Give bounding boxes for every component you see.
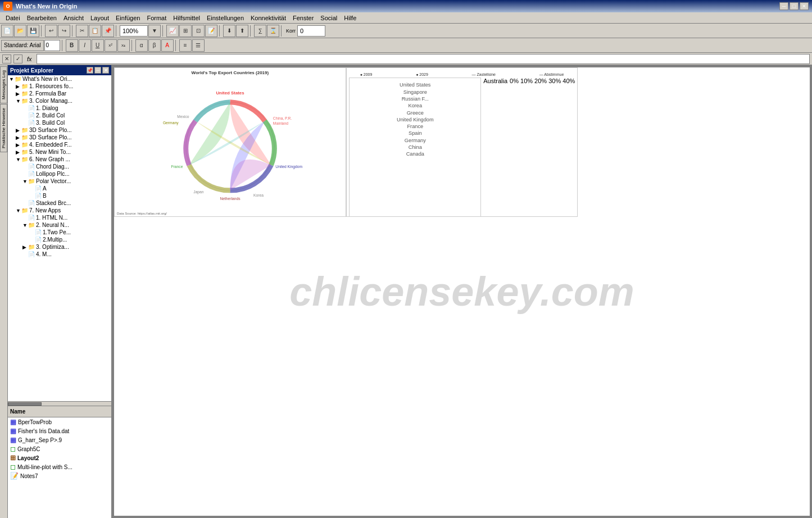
greek-btn[interactable]: β <box>148 39 161 52</box>
formula-cancel-btn[interactable]: ✕ <box>2 54 11 63</box>
expander-9[interactable]: ▼ <box>16 208 21 213</box>
tree-item-9-2-1[interactable]: 📄 1.Two Pe... <box>8 229 111 236</box>
tree-item-3-2[interactable]: 📄 2. Build Col <box>8 112 111 119</box>
file-item-2[interactable]: ▦ Fisher's Iris Data.dat <box>8 426 111 435</box>
import-btn[interactable]: ⬇ <box>223 25 235 37</box>
paste-btn[interactable]: 📌 <box>102 25 114 37</box>
tree-item-8-3-b[interactable]: 📄 B <box>8 192 111 199</box>
menu-hilfsmittel[interactable]: Hilfsmittel <box>170 13 203 22</box>
expander-2[interactable]: ▶ <box>16 91 21 97</box>
fit-btn[interactable]: ⌛ <box>267 25 279 37</box>
menu-konnektivitaet[interactable]: Konnektivität <box>247 13 289 22</box>
tree-item-8-1[interactable]: 📄 Chord Diag... <box>8 163 111 170</box>
tree-item-9-3[interactable]: ▶ 📁 3. Optimiza... <box>8 243 111 251</box>
align-center-btn[interactable]: ☰ <box>192 39 205 52</box>
chart-dotchart[interactable]: ● 2009 ● 2029 — Zastellsine — Abstimmue … <box>346 67 578 217</box>
underline-btn[interactable]: U <box>92 39 104 52</box>
tree-item-9-4[interactable]: 📄 4. M... <box>8 251 111 258</box>
tree-item-9-2-2[interactable]: 📄 2.Multip... <box>8 236 111 243</box>
new-btn[interactable]: 📄 <box>1 25 13 37</box>
subscript-btn[interactable]: x₂ <box>117 39 130 52</box>
font-size-box[interactable]: 0 <box>44 40 60 51</box>
align-left-btn[interactable]: ≡ <box>179 39 192 52</box>
expander-1[interactable]: ▶ <box>16 84 21 89</box>
stat-btn[interactable]: ∑ <box>254 25 266 37</box>
panel-minimize-btn[interactable]: ─ <box>94 67 101 74</box>
expander-5[interactable]: ▶ <box>16 135 21 140</box>
file-item-1[interactable]: ▦ BperTowProb <box>8 417 111 426</box>
export-btn[interactable]: ⬆ <box>236 25 248 37</box>
chart-chord[interactable]: World's Top Export Countries (2019) <box>114 67 346 217</box>
font-name-box[interactable]: Standard: Arial <box>1 40 44 51</box>
menu-hilfe[interactable]: Hilfe <box>341 13 360 22</box>
expander-8[interactable]: ▼ <box>16 157 21 162</box>
tree-item-9-1[interactable]: 📄 1. HTML N... <box>8 214 111 221</box>
menu-format[interactable]: Format <box>143 13 170 22</box>
expander-3[interactable]: ▼ <box>16 98 21 104</box>
tree-item-8-4[interactable]: 📄 Stacked Brc... <box>8 199 111 207</box>
messages-log-tab[interactable]: Messages Log <box>0 66 7 103</box>
italic-btn[interactable]: I <box>79 39 91 52</box>
tree-hscroll-thumb[interactable] <box>8 402 42 406</box>
tree-item-3-3[interactable]: 📄 3. Build Col <box>8 119 111 126</box>
minimize-button[interactable]: ─ <box>779 2 788 10</box>
matrix-btn[interactable]: ⊡ <box>192 25 205 37</box>
undo-btn[interactable]: ↩ <box>45 25 57 37</box>
expander-8-3[interactable]: ▼ <box>22 179 28 184</box>
cut-btn[interactable]: ✂ <box>76 25 88 37</box>
corr-val[interactable]: 0 <box>297 25 325 37</box>
zoom-dropdown[interactable]: 100% <box>120 25 148 37</box>
tree-item-9[interactable]: ▼ 📁 7. New Apps <box>8 207 111 214</box>
menu-fenster[interactable]: Fenster <box>289 13 317 22</box>
tree-item-5[interactable]: ▶ 📁 3D Surface Plo... <box>8 134 111 141</box>
formula-confirm-btn[interactable]: ✓ <box>13 54 22 63</box>
superscript-btn[interactable]: x² <box>105 39 117 52</box>
note-btn[interactable]: 📝 <box>205 25 217 37</box>
tree-item-8-2[interactable]: 📄 Lollipop Plc... <box>8 170 111 178</box>
file-item-6[interactable]: ◻ Multi-line-plot with S... <box>8 462 111 471</box>
panel-pin-btn[interactable]: 📌 <box>87 67 93 74</box>
maximize-button[interactable]: □ <box>790 2 799 10</box>
expander-7[interactable]: ▶ <box>16 149 21 155</box>
tree-item-3-1[interactable]: 📄 1. Dialog <box>8 104 111 112</box>
tree-item-4[interactable]: ▶ 📁 3D Surface Plo... <box>8 126 111 134</box>
graph-btn[interactable]: 📈 <box>166 25 179 37</box>
menu-layout[interactable]: Layout <box>87 13 112 22</box>
tree-item-8-3-a[interactable]: 📄 A <box>8 185 111 192</box>
save-btn[interactable]: 💾 <box>27 25 39 37</box>
expander-4[interactable]: ▶ <box>16 128 21 133</box>
panel-close-btn[interactable]: ✕ <box>102 67 109 74</box>
tree-item-3[interactable]: ▼ 📁 3. Color Manag... <box>8 97 111 104</box>
table-btn[interactable]: ⊞ <box>179 25 192 37</box>
file-item-3[interactable]: ▦ G_harr_Sep P>.9 <box>8 435 111 444</box>
tree-item-6[interactable]: ▶ 📁 4. Embedded F... <box>8 141 111 148</box>
symbol-btn[interactable]: α <box>135 39 148 52</box>
tree-item-9-2[interactable]: ▼ 📁 2. Neural N... <box>8 221 111 229</box>
tree-hscroll[interactable] <box>8 401 111 406</box>
tree-item-8-3[interactable]: ▼ 📁 Polar Vector... <box>8 178 111 185</box>
redo-btn[interactable]: ↪ <box>58 25 70 37</box>
menu-bearbeiten[interactable]: Bearbeiten <box>24 13 60 22</box>
file-item-4[interactable]: ◻ Graph5C <box>8 444 111 453</box>
zoom-dropdown-arrow[interactable]: ▼ <box>148 25 161 37</box>
tree-item-2[interactable]: ▶ 📁 2. Formula Bar <box>8 90 111 97</box>
expander-6[interactable]: ▶ <box>16 142 21 148</box>
file-item-7[interactable]: 📝 Notes7 <box>8 471 111 480</box>
menu-ansicht[interactable]: Ansicht <box>60 13 87 22</box>
expander-root[interactable]: ▼ <box>9 76 15 82</box>
close-button[interactable]: ✕ <box>800 2 809 10</box>
menu-datei[interactable]: Datei <box>2 13 24 22</box>
praktische-hinweise-tab[interactable]: Praktische Hinweise <box>0 104 7 152</box>
tree-item-7[interactable]: ▶ 📁 5. New Mini To... <box>8 148 111 156</box>
file-item-5[interactable]: ⊞ Layout2 <box>8 453 111 462</box>
menu-einfuegen[interactable]: Einfügen <box>112 13 143 22</box>
bold-btn[interactable]: B <box>66 39 78 52</box>
menu-social[interactable]: Social <box>317 13 341 22</box>
tree-item-8[interactable]: ▼ 📁 6. New Graph ... <box>8 156 111 163</box>
expander-9-3[interactable]: ▶ <box>22 244 28 250</box>
formula-input[interactable] <box>37 54 810 64</box>
copy-btn[interactable]: 📋 <box>89 25 101 37</box>
tree-item-root[interactable]: ▼ 📁 What's New in Ori... <box>8 75 111 83</box>
expander-9-2[interactable]: ▼ <box>22 222 28 228</box>
open-btn[interactable]: 📂 <box>14 25 26 37</box>
